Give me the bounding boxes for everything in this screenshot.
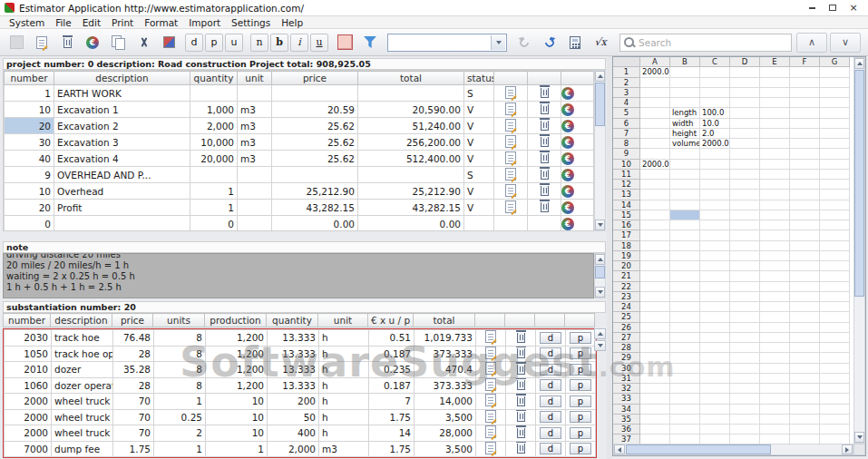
edit-line-icon[interactable] (485, 347, 496, 359)
sheet-cell-D24[interactable] (730, 302, 760, 312)
currency-button[interactable] (81, 32, 104, 54)
sheet-cell-C22[interactable] (700, 282, 730, 292)
substantiation-cell-description[interactable]: wheel truck (52, 425, 113, 442)
sheet-cell-G3[interactable] (820, 88, 850, 98)
sheet-cell-D7[interactable] (730, 129, 760, 139)
sheet-cell-D9[interactable] (730, 149, 760, 159)
scroll-up-button[interactable] (595, 71, 605, 82)
project-cell-status[interactable]: V (464, 134, 494, 151)
note-content[interactable]: driving distance 20 miles20 miles / 20 m… (3, 253, 594, 298)
project-cell-quantity[interactable]: 0 (190, 216, 238, 232)
sheet-cell-C33[interactable] (700, 394, 730, 404)
sheet-cell-D29[interactable] (730, 353, 760, 363)
row-header-9[interactable]: 9 (613, 149, 640, 159)
sheet-cell-F15[interactable] (790, 210, 820, 220)
delete-line-icon[interactable] (517, 412, 525, 422)
sheet-cell-F5[interactable] (790, 108, 820, 118)
substantiation-cell-quantity[interactable]: 200 (268, 394, 319, 410)
maximize-button[interactable] (826, 3, 839, 14)
scroll-thumb[interactable] (854, 70, 864, 297)
delete-line-icon[interactable] (517, 428, 525, 438)
formula-button[interactable]: √x (589, 32, 612, 54)
sheet-cell-A7[interactable] (640, 129, 670, 139)
substantiation-cell-description[interactable]: track hoe op... (52, 346, 113, 362)
sheet-cell-F25[interactable] (790, 312, 820, 322)
new-document-button[interactable] (30, 32, 54, 54)
scroll-down-button[interactable] (854, 432, 864, 443)
sheet-cell-B6[interactable]: width (670, 119, 700, 129)
row-header-15[interactable]: 15 (613, 210, 640, 220)
scroll-up-button[interactable] (595, 254, 605, 265)
sheet-cell-C18[interactable] (700, 241, 730, 251)
sheet-cell-E26[interactable] (760, 323, 790, 333)
sheet-cell-G23[interactable] (820, 292, 850, 302)
sheet-cell-E1[interactable] (760, 67, 790, 77)
edit-line-icon[interactable] (505, 200, 516, 213)
delete-line-icon[interactable] (517, 380, 525, 390)
sheet-cell-E10[interactable] (760, 160, 790, 170)
project-cell-unit[interactable] (238, 85, 272, 102)
project-cell-description[interactable]: Excavation 2 (54, 118, 190, 134)
substantiation-cell-price[interactable]: 76.48 (113, 330, 154, 347)
sheet-cell-A29[interactable] (640, 353, 670, 363)
sheet-cell-C2[interactable] (700, 78, 730, 88)
sheet-cell-D3[interactable] (730, 88, 760, 98)
substantiation-cell-quantity[interactable]: 50 (268, 409, 319, 425)
sheet-cell-G16[interactable] (820, 220, 850, 230)
sheet-cell-B8[interactable]: volume (670, 139, 700, 149)
substantiation-cell-unit[interactable]: h (319, 346, 369, 362)
sheet-cell-E9[interactable] (760, 149, 790, 159)
sheet-cell-E28[interactable] (760, 343, 790, 353)
sheet-cell-B14[interactable] (670, 200, 700, 210)
sheet-cell-D30[interactable] (730, 364, 760, 374)
sheet-cell-E4[interactable] (760, 98, 790, 108)
detail-d-button[interactable]: d (540, 379, 561, 391)
sheet-cell-C27[interactable] (700, 333, 730, 343)
scroll-thumb[interactable] (595, 83, 605, 126)
project-cell-number[interactable]: 1 (5, 85, 54, 102)
sheet-cell-A30[interactable] (640, 364, 670, 374)
sheet-cell-A23[interactable] (640, 292, 670, 302)
delete-line-icon[interactable] (541, 186, 549, 196)
delete-line-icon[interactable] (517, 396, 525, 406)
edit-line-icon[interactable] (505, 103, 516, 115)
sheet-cell-E33[interactable] (760, 394, 790, 404)
edit-line-icon[interactable] (485, 378, 496, 391)
delete-line-icon[interactable] (541, 137, 549, 147)
sheet-cell-C21[interactable] (700, 271, 730, 281)
project-cell-unit[interactable] (238, 167, 272, 183)
menu-import[interactable]: Import (183, 17, 226, 28)
row-header-36[interactable]: 36 (613, 425, 640, 435)
substantiation-cell-unit[interactable]: h (319, 362, 369, 378)
substantiation-cell-unit[interactable]: h (319, 409, 369, 425)
sheet-cell-C5[interactable]: 100.0 (700, 108, 730, 118)
project-cell-price[interactable] (272, 167, 358, 183)
sheet-cell-C35[interactable] (700, 415, 730, 425)
project-cell-quantity[interactable] (190, 167, 238, 183)
sheet-cell-G10[interactable] (820, 160, 850, 170)
sheet-cell-E13[interactable] (760, 190, 790, 200)
sheet-cell-G19[interactable] (820, 251, 850, 261)
sheet-cell-E24[interactable] (760, 302, 790, 312)
sheet-cell-C10[interactable] (700, 160, 730, 170)
sheet-cell-A35[interactable] (640, 415, 670, 425)
project-cell-unit[interactable] (238, 183, 272, 200)
sheet-cell-D18[interactable] (730, 241, 760, 251)
project-cell-number[interactable]: 10 (5, 102, 54, 118)
sheet-cell-G21[interactable] (820, 271, 850, 281)
sheet-cell-D4[interactable] (730, 98, 760, 108)
sheet-cell-G5[interactable] (820, 108, 850, 118)
detail-p-button[interactable]: p (570, 332, 591, 344)
sheet-cell-A6[interactable] (640, 119, 670, 129)
edit-line-icon[interactable] (505, 151, 516, 164)
substantiation-cell-description[interactable]: dozer (52, 362, 113, 378)
sheet-cell-F18[interactable] (790, 241, 820, 251)
sheet-cell-B17[interactable] (670, 230, 700, 240)
sheet-cell-A19[interactable] (640, 251, 670, 261)
sheet-cell-B26[interactable] (670, 323, 700, 333)
sheet-cell-C31[interactable] (700, 374, 730, 384)
substantiation-cell-number[interactable]: 2000 (5, 394, 52, 410)
project-cell-price[interactable]: 43,282.15 (272, 200, 358, 216)
delete-line-icon[interactable] (541, 170, 549, 180)
substantiation-cell-unit[interactable]: h (319, 330, 369, 347)
